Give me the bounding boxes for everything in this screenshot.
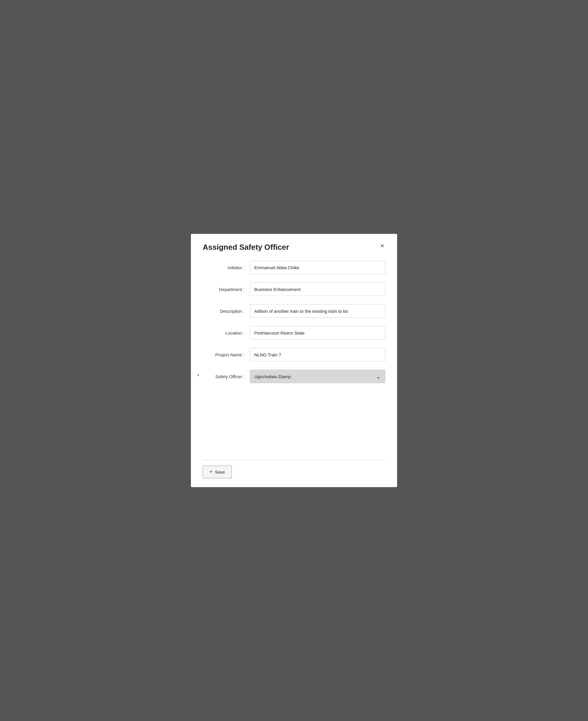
modal-title: Assigned Safety Officer xyxy=(203,243,289,252)
save-label: Save xyxy=(215,469,225,474)
safety-officer-label: Safety Officer : xyxy=(203,374,250,379)
modal-footer: + Save xyxy=(203,460,385,478)
safety-officer-value: Ugochukwu Dianyi xyxy=(250,370,376,383)
modal-container: Assigned Safety Officer × Initiator : De… xyxy=(191,234,397,487)
location-label: Location : xyxy=(203,331,250,336)
required-star: * xyxy=(197,374,199,379)
location-input[interactable] xyxy=(250,326,385,340)
project-name-label: Project Name : xyxy=(203,352,250,357)
department-label: Department : xyxy=(203,287,250,292)
safety-officer-row: * Safety Officer : Ugochukwu Dianyi ⌄ xyxy=(203,369,385,383)
close-button[interactable]: × xyxy=(379,243,385,249)
location-row: Location : xyxy=(203,326,385,340)
initiator-row: Initiator : xyxy=(203,261,385,274)
description-input[interactable] xyxy=(250,304,385,318)
chevron-down-icon[interactable]: ⌄ xyxy=(376,373,385,380)
initiator-label: Initiator : xyxy=(203,265,250,270)
department-input[interactable] xyxy=(250,282,385,296)
plus-icon: + xyxy=(209,469,213,475)
project-name-input[interactable] xyxy=(250,348,385,361)
project-name-row: Project Name : xyxy=(203,348,385,361)
initiator-input[interactable] xyxy=(250,261,385,274)
department-row: Department : xyxy=(203,282,385,296)
description-label: Description : xyxy=(203,309,250,314)
description-row: Description : xyxy=(203,304,385,318)
form-body: Initiator : Department : Description : L… xyxy=(203,261,385,454)
safety-officer-select[interactable]: Ugochukwu Dianyi ⌄ xyxy=(250,369,385,383)
save-button[interactable]: + Save xyxy=(203,466,232,478)
modal-header: Assigned Safety Officer × xyxy=(203,243,385,252)
